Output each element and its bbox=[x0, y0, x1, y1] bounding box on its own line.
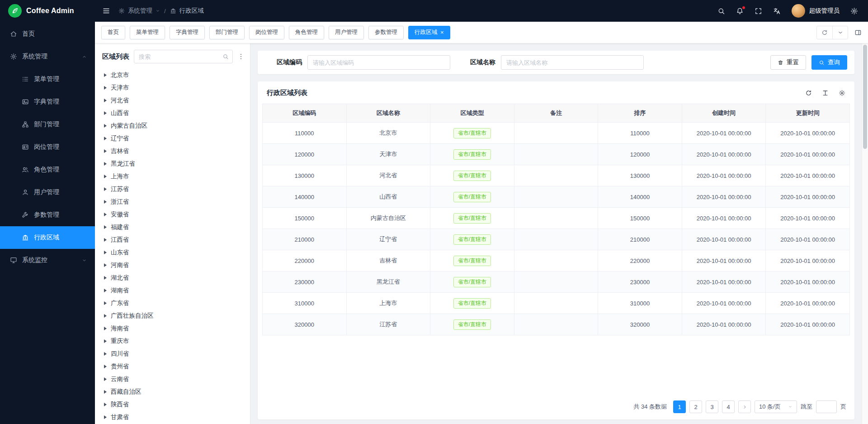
caret-right-icon[interactable] bbox=[104, 289, 107, 292]
tab-item[interactable]: 岗位管理 bbox=[249, 26, 284, 39]
notifications-button[interactable] bbox=[736, 7, 744, 15]
tree-item[interactable]: 云南省 bbox=[102, 373, 245, 386]
region-code-input[interactable] bbox=[307, 55, 450, 70]
jump-page-input[interactable] bbox=[816, 400, 837, 413]
table-row[interactable]: 220000吉林省省市/直辖市2200002020-10-01 00:00:00… bbox=[263, 250, 850, 272]
tab-item[interactable]: 字典管理 bbox=[170, 26, 205, 39]
caret-right-icon[interactable] bbox=[104, 149, 107, 153]
tree-item[interactable]: 广东省 bbox=[102, 297, 245, 310]
sidebar-item-users[interactable]: 角色管理 bbox=[0, 158, 95, 181]
region-name-input[interactable] bbox=[501, 55, 644, 70]
page-button[interactable]: 1 bbox=[673, 400, 686, 413]
page-button[interactable]: 2 bbox=[689, 400, 702, 413]
user-menu[interactable]: 超级管理员 bbox=[792, 4, 840, 18]
sidebar-item-bank[interactable]: 行政区域 bbox=[0, 226, 95, 249]
tree-more-button[interactable] bbox=[237, 53, 245, 60]
caret-right-icon[interactable] bbox=[104, 377, 107, 381]
tree-item[interactable]: 湖北省 bbox=[102, 272, 245, 284]
tree-item[interactable]: 河南省 bbox=[102, 259, 245, 272]
tab-item[interactable]: 首页 bbox=[101, 26, 125, 39]
settings-button[interactable] bbox=[850, 7, 858, 15]
sidebar-item-home[interactable]: 首页 bbox=[0, 23, 95, 45]
language-button[interactable] bbox=[773, 7, 781, 15]
sidebar-item-monitor[interactable]: 系统监控 bbox=[0, 249, 95, 272]
table-row[interactable]: 230000黑龙江省省市/直辖市2300002020-10-01 00:00:0… bbox=[263, 272, 850, 293]
caret-right-icon[interactable] bbox=[104, 73, 107, 77]
caret-right-icon[interactable] bbox=[104, 111, 107, 115]
sidebar-item-image[interactable]: 字典管理 bbox=[0, 91, 95, 113]
tab-actions-button[interactable] bbox=[832, 26, 848, 39]
tree-item[interactable]: 江西省 bbox=[102, 233, 245, 246]
caret-right-icon[interactable] bbox=[104, 187, 107, 191]
next-page-button[interactable] bbox=[738, 400, 751, 413]
caret-right-icon[interactable] bbox=[104, 238, 107, 242]
table-row[interactable]: 140000山西省省市/直辖市1400002020-10-01 00:00:00… bbox=[263, 186, 850, 208]
caret-right-icon[interactable] bbox=[104, 339, 107, 343]
table-row[interactable]: 320000江苏省省市/直辖市3200002020-10-01 00:00:00… bbox=[263, 314, 850, 335]
caret-right-icon[interactable] bbox=[104, 263, 107, 267]
tree-item[interactable]: 甘肃省 bbox=[102, 411, 245, 424]
caret-right-icon[interactable] bbox=[104, 225, 107, 229]
reset-button[interactable]: 重置 bbox=[770, 55, 806, 70]
tree-item[interactable]: 重庆市 bbox=[102, 335, 245, 348]
sidebar-item-list[interactable]: 菜单管理 bbox=[0, 68, 95, 91]
tree-item[interactable]: 河北省 bbox=[102, 94, 245, 107]
tree-item[interactable]: 贵州省 bbox=[102, 360, 245, 373]
collapse-sidebar-button[interactable] bbox=[102, 7, 110, 15]
caret-right-icon[interactable] bbox=[104, 390, 107, 394]
caret-right-icon[interactable] bbox=[104, 213, 107, 216]
tree-item[interactable]: 安徽省 bbox=[102, 208, 245, 221]
table-row[interactable]: 310000上海市省市/直辖市3100002020-10-01 00:00:00… bbox=[263, 293, 850, 314]
tree-item[interactable]: 吉林省 bbox=[102, 145, 245, 157]
sidebar-item-gear[interactable]: 系统管理 bbox=[0, 45, 95, 68]
sidebar-item-wrench[interactable]: 参数管理 bbox=[0, 204, 95, 226]
close-tab-icon[interactable]: × bbox=[440, 29, 444, 35]
tree-item[interactable]: 山东省 bbox=[102, 246, 245, 259]
tree-item[interactable]: 四川省 bbox=[102, 348, 245, 360]
caret-right-icon[interactable] bbox=[104, 365, 107, 368]
caret-right-icon[interactable] bbox=[104, 137, 107, 140]
tab-item[interactable]: 菜单管理 bbox=[130, 26, 165, 39]
tab-item[interactable]: 角色管理 bbox=[289, 26, 324, 39]
tree-item[interactable]: 广西壮族自治区 bbox=[102, 310, 245, 322]
refresh-table-button[interactable] bbox=[805, 90, 812, 96]
caret-right-icon[interactable] bbox=[104, 301, 107, 305]
query-button[interactable]: 查询 bbox=[811, 55, 847, 70]
caret-right-icon[interactable] bbox=[104, 352, 107, 356]
tab-item[interactable]: 行政区域× bbox=[408, 26, 450, 39]
caret-right-icon[interactable] bbox=[104, 314, 107, 318]
caret-right-icon[interactable] bbox=[104, 86, 107, 90]
page-button[interactable]: 3 bbox=[706, 400, 718, 413]
caret-right-icon[interactable] bbox=[104, 162, 107, 166]
toggle-panel-button[interactable] bbox=[854, 29, 862, 36]
tree-item[interactable]: 山西省 bbox=[102, 107, 245, 119]
caret-right-icon[interactable] bbox=[104, 403, 107, 406]
tree-item[interactable]: 黑龙江省 bbox=[102, 157, 245, 170]
breadcrumb-section[interactable]: 系统管理 bbox=[128, 7, 152, 15]
table-row[interactable]: 120000天津市省市/直辖市1200002020-10-01 00:00:00… bbox=[263, 144, 850, 165]
table-row[interactable]: 210000辽宁省省市/直辖市2100002020-10-01 00:00:00… bbox=[263, 229, 850, 250]
sidebar-item-org[interactable]: 部门管理 bbox=[0, 113, 95, 136]
tree-item[interactable]: 上海市 bbox=[102, 170, 245, 183]
tree-item[interactable]: 内蒙古自治区 bbox=[102, 119, 245, 132]
caret-right-icon[interactable] bbox=[104, 251, 107, 254]
caret-right-icon[interactable] bbox=[104, 175, 107, 178]
table-row[interactable]: 130000河北省省市/直辖市1300002020-10-01 00:00:00… bbox=[263, 165, 850, 186]
density-button[interactable] bbox=[822, 90, 829, 96]
tree-item[interactable]: 天津市 bbox=[102, 81, 245, 94]
tab-item[interactable]: 用户管理 bbox=[329, 26, 364, 39]
refresh-tabs-button[interactable] bbox=[817, 26, 832, 39]
search-button[interactable] bbox=[717, 7, 725, 15]
tree-item[interactable]: 福建省 bbox=[102, 221, 245, 233]
caret-right-icon[interactable] bbox=[104, 415, 107, 419]
tree-item[interactable]: 辽宁省 bbox=[102, 132, 245, 145]
vertical-scrollbar[interactable] bbox=[862, 43, 868, 424]
tree-item[interactable]: 陕西省 bbox=[102, 398, 245, 411]
tab-item[interactable]: 部门管理 bbox=[209, 26, 245, 39]
caret-right-icon[interactable] bbox=[104, 99, 107, 102]
tree-item[interactable]: 北京市 bbox=[102, 69, 245, 81]
tree-item[interactable]: 江苏省 bbox=[102, 183, 245, 195]
caret-right-icon[interactable] bbox=[104, 276, 107, 280]
column-settings-button[interactable] bbox=[839, 90, 845, 96]
caret-right-icon[interactable] bbox=[104, 124, 107, 128]
